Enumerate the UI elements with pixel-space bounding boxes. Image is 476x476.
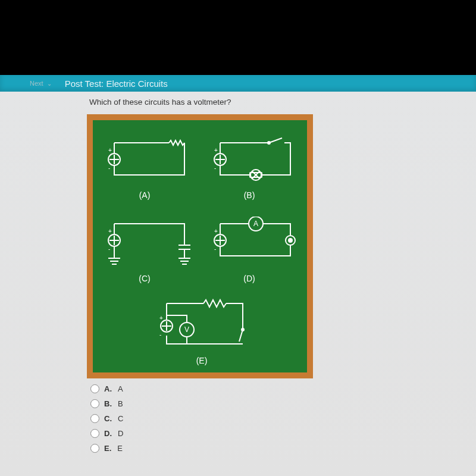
circuit-a-label: (A) — [136, 190, 154, 200]
circuit-c-label: (C) — [136, 274, 154, 283]
answer-letter: D. — [104, 429, 112, 438]
circuit-d-label: (D) — [240, 274, 258, 283]
answer-options: A. A B. B C. C D. D E. E — [90, 384, 123, 459]
top-black-bar — [0, 0, 476, 75]
circuit-a: + - — [104, 136, 193, 187]
answer-option-c[interactable]: C. C — [90, 414, 123, 423]
circuit-e: V + - — [156, 296, 251, 353]
svg-text:-: - — [214, 246, 216, 252]
answer-text: C — [118, 414, 123, 423]
answer-letter: B. — [104, 399, 112, 408]
question-text: Which of these circuits has a voltmeter? — [89, 98, 231, 107]
svg-text:+: + — [108, 147, 112, 154]
svg-text:-: - — [108, 165, 110, 171]
chevron-down-icon[interactable]: ⌄ — [47, 80, 52, 87]
quiz-page: Next ⌄ Post Test: Electric Circuits Whic… — [0, 0, 476, 476]
radio-a[interactable] — [90, 384, 99, 393]
radio-b[interactable] — [90, 399, 99, 408]
nav-bar: Next ⌄ Post Test: Electric Circuits — [0, 75, 476, 92]
svg-text:+: + — [108, 228, 112, 234]
circuit-e-label: (E) — [193, 356, 211, 365]
answer-option-d[interactable]: D. D — [90, 429, 123, 438]
answer-option-b[interactable]: B. B — [90, 399, 123, 408]
diagram-frame: + - (A) — [87, 114, 313, 378]
svg-text:-: - — [159, 331, 161, 338]
answer-text: B — [118, 399, 123, 408]
radio-d[interactable] — [90, 429, 99, 438]
radio-c[interactable] — [90, 414, 99, 423]
answer-letter: C. — [104, 414, 112, 423]
radio-e[interactable] — [90, 444, 99, 453]
svg-text:-: - — [108, 246, 110, 252]
circuit-b: + - — [209, 136, 299, 187]
answer-text: A — [118, 384, 123, 393]
diagram-panel: + - (A) — [93, 120, 307, 372]
circuit-d: A + - — [209, 217, 299, 268]
answer-text: D — [118, 429, 123, 438]
answer-option-a[interactable]: A. A — [90, 384, 123, 393]
answer-letter: A. — [104, 384, 112, 393]
ammeter-label: A — [253, 220, 258, 228]
svg-text:-: - — [214, 165, 216, 171]
content-area: Which of these circuits has a voltmeter? — [0, 92, 476, 476]
svg-text:+: + — [214, 147, 218, 154]
svg-text:+: + — [159, 315, 163, 321]
svg-point-5 — [268, 142, 270, 144]
next-button-label[interactable]: Next — [30, 80, 43, 87]
circuit-b-label: (B) — [240, 190, 258, 200]
svg-text:+: + — [214, 228, 218, 234]
page-title: Post Test: Electric Circuits — [65, 79, 168, 89]
answer-option-e[interactable]: E. E — [90, 444, 123, 453]
svg-point-30 — [289, 239, 292, 242]
circuit-c: + - — [104, 217, 193, 274]
answer-text: E — [117, 444, 123, 453]
voltmeter-label: V — [184, 325, 189, 334]
answer-letter: E. — [104, 444, 111, 453]
